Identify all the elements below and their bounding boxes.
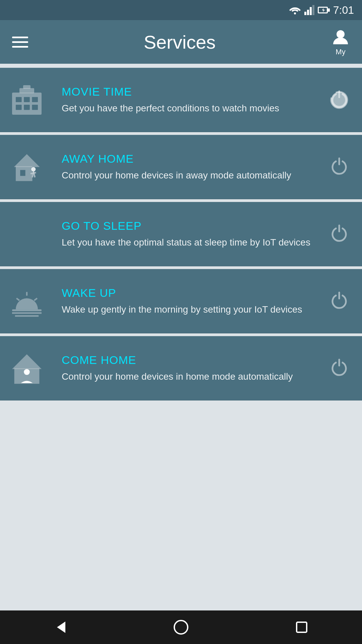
service-card-wake-up[interactable]: WAKE UP Wake up gently in the morning by… xyxy=(0,269,362,333)
svg-rect-6 xyxy=(328,8,330,12)
service-card-go-to-sleep[interactable]: GO TO SLEEP Let you have the optimal sta… xyxy=(0,202,362,266)
svg-rect-16 xyxy=(32,105,38,110)
svg-line-32 xyxy=(34,298,37,301)
svg-line-31 xyxy=(16,298,19,301)
away-home-description: Control your home devices in away mode a… xyxy=(62,169,319,182)
home-icon xyxy=(173,619,189,636)
svg-point-23 xyxy=(31,167,36,171)
come-home-content: COME HOME Control your home devices in h… xyxy=(62,354,319,383)
toolbar: Services My xyxy=(0,20,362,64)
svg-rect-22 xyxy=(20,170,25,176)
svg-rect-2 xyxy=(307,10,309,15)
svg-rect-10 xyxy=(12,93,42,115)
svg-rect-1 xyxy=(304,12,306,15)
movie-time-icon xyxy=(8,82,45,118)
away-home-title: AWAY HOME xyxy=(62,152,319,165)
hamburger-line-1 xyxy=(12,37,28,38)
movie-time-description: Get you have the perfect conditions to w… xyxy=(62,102,319,115)
away-home-icon xyxy=(8,149,45,185)
movie-time-power-icon xyxy=(329,90,349,110)
come-home-title: COME HOME xyxy=(62,354,319,367)
come-home-power-button[interactable] xyxy=(327,356,351,380)
hamburger-line-3 xyxy=(12,46,28,48)
wake-up-power-icon xyxy=(329,291,349,311)
svg-rect-42 xyxy=(297,622,307,632)
hamburger-menu-button[interactable] xyxy=(12,37,28,48)
come-home-power-icon xyxy=(329,358,349,378)
go-to-sleep-description: Let you have the optimal status at sleep… xyxy=(62,236,319,249)
wake-up-icon-box xyxy=(0,276,54,326)
profile-icon xyxy=(331,28,350,46)
status-icons: 7:01 xyxy=(289,4,354,16)
wake-up-description: Wake up gently in the morning by setting… xyxy=(62,303,319,316)
wake-up-content: WAKE UP Wake up gently in the morning by… xyxy=(62,286,319,316)
svg-marker-40 xyxy=(57,622,65,633)
signal-icon xyxy=(304,5,314,15)
svg-marker-36 xyxy=(12,354,42,369)
back-icon xyxy=(52,619,69,636)
services-list: MOVIE TIME Get you have the perfect cond… xyxy=(0,64,362,405)
come-home-description: Control your home devices in home mode a… xyxy=(62,370,319,383)
away-home-icon-box xyxy=(0,142,54,192)
svg-rect-15 xyxy=(24,105,30,110)
svg-rect-11 xyxy=(16,97,22,102)
profile-label: My xyxy=(336,48,345,56)
go-to-sleep-power-button[interactable] xyxy=(327,222,351,246)
svg-rect-4 xyxy=(312,5,314,15)
wake-up-title: WAKE UP xyxy=(62,286,319,300)
svg-rect-29 xyxy=(12,309,42,311)
wake-up-power-button[interactable] xyxy=(327,289,351,313)
movie-time-title: MOVIE TIME xyxy=(62,85,319,98)
svg-rect-12 xyxy=(24,97,30,102)
profile-button[interactable]: My xyxy=(331,28,350,56)
home-button[interactable] xyxy=(168,614,194,641)
go-to-sleep-power-icon xyxy=(329,224,349,244)
back-button[interactable] xyxy=(47,614,74,641)
svg-rect-18 xyxy=(23,85,31,89)
service-card-movie-time[interactable]: MOVIE TIME Get you have the perfect cond… xyxy=(0,68,362,132)
svg-rect-3 xyxy=(310,7,312,15)
movie-time-icon-box xyxy=(0,75,54,125)
svg-point-38 xyxy=(24,369,30,375)
away-home-power-icon xyxy=(329,157,349,177)
svg-marker-20 xyxy=(14,154,40,167)
come-home-icon xyxy=(8,350,45,387)
go-to-sleep-title: GO TO SLEEP xyxy=(62,219,319,232)
svg-point-0 xyxy=(294,12,296,14)
away-home-power-button[interactable] xyxy=(327,155,351,179)
svg-rect-13 xyxy=(32,97,38,102)
wifi-icon xyxy=(289,5,301,15)
go-to-sleep-icon xyxy=(8,216,45,253)
wake-up-icon xyxy=(8,283,45,320)
movie-time-content: MOVIE TIME Get you have the perfect cond… xyxy=(62,85,319,115)
status-bar: 7:01 xyxy=(0,0,362,20)
go-to-sleep-icon-box xyxy=(0,209,54,259)
recent-button[interactable] xyxy=(288,614,315,641)
service-card-away-home[interactable]: AWAY HOME Control your home devices in a… xyxy=(0,135,362,199)
come-home-icon-box xyxy=(0,343,54,393)
go-to-sleep-content: GO TO SLEEP Let you have the optimal sta… xyxy=(62,219,319,249)
svg-point-41 xyxy=(174,621,188,634)
hamburger-line-2 xyxy=(12,41,28,43)
movie-time-power-button[interactable] xyxy=(327,88,351,112)
svg-point-9 xyxy=(337,30,345,38)
svg-rect-17 xyxy=(19,88,34,93)
recent-icon xyxy=(293,619,310,636)
status-time: 7:01 xyxy=(333,4,354,16)
battery-icon xyxy=(318,5,330,15)
away-home-content: AWAY HOME Control your home devices in a… xyxy=(62,152,319,182)
bottom-navigation xyxy=(0,610,362,644)
page-title: Services xyxy=(144,31,216,53)
svg-rect-14 xyxy=(16,105,22,110)
service-card-come-home[interactable]: COME HOME Control your home devices in h… xyxy=(0,336,362,400)
